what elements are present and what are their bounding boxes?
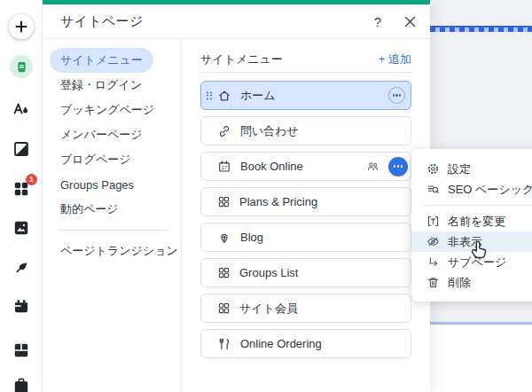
app-grid-icon — [217, 266, 231, 279]
app-grid-icon — [217, 302, 231, 315]
page-label: Groups List — [239, 266, 298, 279]
more-actions-button[interactable] — [388, 87, 405, 104]
page-label: Book Online — [240, 160, 303, 173]
close-icon — [404, 16, 416, 27]
toolbar-add-element-button[interactable] — [0, 14, 43, 39]
page-row-groups-list[interactable]: Groups List — [200, 258, 411, 287]
letter-a-drop-icon — [12, 100, 30, 118]
table-icon — [12, 341, 30, 359]
menu-item-label: 非表示 — [448, 234, 482, 250]
page-row-contact[interactable]: 問い合わせ — [200, 116, 411, 145]
page-list: ホーム 問い合わせ 17 Book Online — [200, 73, 411, 358]
menu-divider — [422, 205, 532, 206]
sidebar-item-label: Groups Pages — [60, 178, 134, 192]
image-icon — [12, 219, 30, 237]
toolbar-background-button[interactable] — [0, 140, 43, 158]
toolbar-media-button[interactable] — [0, 219, 43, 237]
seo-icon — [426, 183, 440, 196]
sidebar-item-booking-pages[interactable]: ブッキングページ — [43, 98, 181, 122]
members-access-icon — [366, 160, 379, 173]
menu-item-delete[interactable]: 削除 — [411, 272, 532, 293]
menu-item-label: 削除 — [448, 275, 471, 291]
drag-handle-icon[interactable] — [207, 91, 212, 99]
sidebar-item-label: ページトランジション — [60, 243, 178, 259]
sidebar-item-blog-pages[interactable]: ブログページ — [43, 147, 181, 172]
contrast-square-icon — [12, 140, 30, 158]
page-row-online-ordering[interactable]: Online Ordering — [200, 329, 411, 358]
sidebar-divider — [59, 230, 168, 231]
sidebar-item-label: サイトメニュー — [50, 48, 153, 73]
menu-item-label: 名前を変更 — [448, 214, 505, 230]
site-pages-panel: サイトページ ? サイトメニュー 登録・ログイン ブッキングページ メンバーペー… — [43, 0, 430, 392]
sidebar-item-label: メンバーページ — [60, 127, 143, 143]
help-button[interactable]: ? — [374, 14, 381, 29]
page-label: 問い合わせ — [240, 123, 299, 139]
gear-icon — [426, 162, 440, 176]
menu-item-seo-basics[interactable]: SEO ベーシック — [411, 179, 532, 200]
toolbar-app-market-button[interactable]: 1 — [0, 180, 43, 198]
toolbar-content-button[interactable] — [0, 259, 43, 277]
rename-icon — [426, 215, 440, 228]
subpage-icon — [426, 255, 440, 269]
toolbar-layout-button[interactable] — [0, 341, 43, 359]
page-label: Plans & Pricing — [239, 195, 317, 208]
sidebar-item-dynamic-pages[interactable]: 動的ページ — [43, 197, 181, 222]
trash-icon — [426, 276, 440, 289]
sidebar-item-member-pages[interactable]: メンバーページ — [43, 122, 181, 147]
sidebar-item-signup-login[interactable]: 登録・ログイン — [43, 73, 181, 98]
sidebar-item-groups-pages[interactable]: Groups Pages — [43, 172, 181, 197]
sidebar-item-label: ブログページ — [60, 152, 131, 168]
panel-header: サイトページ ? — [43, 4, 430, 39]
svg-text:17: 17 — [222, 164, 227, 169]
panel-title: サイトページ — [60, 13, 144, 30]
sidebar-item-label: ブッキングページ — [60, 102, 154, 118]
page-label: Blog — [240, 231, 263, 244]
menu-item-label: サブページ — [448, 255, 506, 270]
section-title: サイトメニュー — [200, 51, 283, 67]
page-row-site-members[interactable]: サイト会員 — [200, 294, 411, 323]
menu-item-label: SEO ベーシック — [448, 182, 532, 198]
page-row-plans-pricing[interactable]: Plans & Pricing — [200, 187, 411, 216]
pages-icon — [10, 55, 33, 78]
page-canvas-area — [430, 325, 532, 392]
page-row-book-online[interactable]: 17 Book Online — [200, 152, 411, 181]
pen-nib-icon — [217, 231, 231, 245]
link-icon — [217, 124, 231, 138]
page-label: サイト会員 — [239, 301, 298, 317]
close-button[interactable] — [404, 16, 416, 27]
toolbar-site-design-button[interactable] — [0, 100, 43, 118]
sidebar-item-page-transitions[interactable]: ページトランジション — [43, 239, 181, 263]
panel-body: サイトメニュー 登録・ログイン ブッキングページ メンバーページ ブログページ … — [43, 39, 430, 392]
section-boundary-dashed-line — [430, 26, 532, 32]
eye-off-icon — [426, 235, 440, 248]
toolbar-bookings-button[interactable] — [0, 297, 43, 315]
restaurant-icon — [217, 337, 231, 351]
toolbar-site-pages-button[interactable] — [0, 55, 43, 78]
menu-item-rename[interactable]: 名前を変更 — [411, 211, 532, 231]
more-actions-button-active[interactable] — [388, 157, 408, 176]
editor-toolbar: 1 — [0, 0, 43, 392]
site-menu-section: サイトメニュー + 追加 ホーム 問 — [182, 39, 430, 392]
menu-item-settings[interactable]: 設定 — [411, 159, 532, 179]
sidebar-item-site-menu[interactable]: サイトメニュー — [43, 48, 181, 73]
sidebar-item-label: 登録・ログイン — [60, 77, 142, 93]
add-page-link[interactable]: + 追加 — [379, 51, 411, 67]
toolbar-business-button[interactable] — [0, 375, 43, 392]
briefcase-icon — [12, 375, 30, 392]
app-grid-icon — [217, 195, 231, 208]
home-icon — [217, 89, 231, 103]
menu-item-hide[interactable]: 非表示 — [411, 231, 532, 252]
page-label: ホーム — [240, 88, 276, 104]
calendar-icon: 17 — [217, 160, 231, 174]
apps-grid-icon: 1 — [12, 180, 30, 198]
pen-icon — [12, 259, 30, 277]
page-row-blog[interactable]: Blog — [200, 223, 411, 252]
page-row-home[interactable]: ホーム — [200, 81, 411, 110]
sidebar-item-label: 動的ページ — [60, 201, 119, 217]
booking-box-icon — [12, 297, 30, 315]
menu-item-label: 設定 — [448, 161, 471, 177]
menu-item-subpage[interactable]: サブページ — [411, 252, 532, 272]
plus-icon — [9, 14, 34, 39]
pages-sidebar: サイトメニュー 登録・ログイン ブッキングページ メンバーページ ブログページ … — [43, 39, 182, 392]
site-menu-header: サイトメニュー + 追加 — [200, 39, 411, 72]
